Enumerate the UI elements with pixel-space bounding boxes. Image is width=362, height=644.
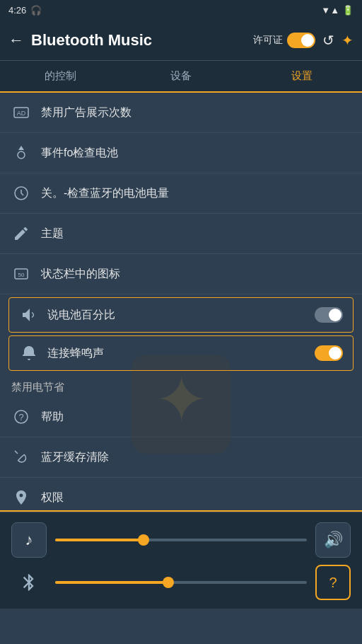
volume-fill [55, 539, 144, 541]
theme-icon [11, 224, 31, 243]
status-time: 4:26 [8, 5, 26, 16]
battery-icon: 🔋 [342, 5, 354, 16]
refresh-icon[interactable]: ↺ [322, 32, 334, 49]
settings-item-theme[interactable]: 主题 [0, 214, 362, 254]
status-right: ▼▲ 🔋 [321, 5, 354, 16]
back-button[interactable]: ← [8, 31, 24, 50]
permissions-label: 权限 [41, 490, 351, 505]
bottom-player: ♪ 🔊 ? [0, 512, 362, 609]
volume-row: ♪ 🔊 [11, 522, 351, 558]
bt-slider[interactable] [55, 581, 307, 584]
help-icon: ? [11, 407, 31, 427]
app-title: Bluetooth Music [31, 31, 246, 50]
top-bar-actions: 许可证 ↺ ✦ [253, 32, 354, 49]
toggle-item-connect-beep[interactable]: 连接蜂鸣声 [8, 335, 354, 371]
wrench-icon [11, 447, 31, 467]
bt-fill [55, 581, 168, 584]
settings-item-bt-cache[interactable]: 蓝牙缓存清除 [0, 437, 362, 478]
connect-beep-label: 连接蜂鸣声 [47, 346, 306, 361]
music-note-button[interactable]: ♪ [11, 522, 47, 558]
settings-item-battery-check[interactable]: 事件fo检查电池 [0, 133, 362, 173]
speaker-icon [19, 305, 39, 325]
bluetooth-player-icon [11, 565, 47, 600]
status-left: 4:26 🎧 [8, 5, 42, 16]
ads-icon: AD [11, 103, 31, 122]
volume-slider[interactable] [55, 539, 307, 541]
battery-check-icon [11, 143, 31, 163]
help-circle-icon: ? [329, 575, 337, 591]
svg-text:?: ? [18, 412, 23, 422]
battery-percent-label: 说电池百分比 [47, 308, 306, 323]
ads-label: 禁用广告展示次数 [41, 105, 351, 120]
bell-icon [19, 343, 39, 363]
theme-label: 主题 [41, 226, 351, 241]
bluetooth-icon[interactable]: ✦ [341, 32, 354, 49]
tab-controls[interactable]: 的控制 [0, 61, 121, 91]
wifi-icon: ▼▲ [321, 5, 339, 16]
statusbar-icon: 50 [11, 264, 31, 284]
volume-button[interactable]: 🔊 [315, 522, 351, 558]
svg-text:AD: AD [17, 110, 26, 117]
license-section: 许可证 [253, 33, 315, 48]
bt-thumb[interactable] [163, 577, 174, 588]
help-label: 帮助 [41, 410, 351, 425]
settings-item-bt-battery[interactable]: 关。-检查蓝牙的电池电量 [0, 173, 362, 214]
settings-item-permissions[interactable]: 权限 [0, 478, 362, 510]
toggle-item-battery-percent[interactable]: 说电池百分比 [8, 297, 354, 333]
battery-saving-heading: 禁用电节省 [0, 374, 362, 397]
svg-marker-8 [23, 309, 30, 321]
statusbar-label: 状态栏中的图标 [41, 267, 351, 282]
settings-list: AD 禁用广告展示次数 事件fo检查电池 关。-检查蓝牙的电池电量 主题 50 [0, 93, 362, 510]
tab-devices[interactable]: 设备 [121, 61, 242, 91]
volume-icon: 🔊 [324, 531, 343, 549]
bt-battery-label: 关。-检查蓝牙的电池电量 [41, 186, 351, 201]
top-bar: ← Bluetooth Music 许可证 ↺ ✦ [0, 20, 362, 61]
tabs-bar: 的控制 设备 设置 [0, 61, 362, 93]
settings-item-ads[interactable]: AD 禁用广告展示次数 [0, 93, 362, 133]
main-content: ✦ AD 禁用广告展示次数 事件fo检查电池 关。-检查蓝牙的电池电量 [0, 93, 362, 510]
bluetooth-row: ? [11, 565, 351, 600]
tab-settings[interactable]: 设置 [241, 61, 362, 91]
help-button[interactable]: ? [315, 565, 351, 600]
svg-point-4 [18, 151, 25, 159]
music-note-icon: ♪ [25, 531, 33, 549]
battery-check-label: 事件fo检查电池 [41, 146, 351, 161]
clock-icon [11, 183, 31, 203]
location-icon [11, 488, 31, 507]
bt-cache-label: 蓝牙缓存清除 [41, 450, 351, 465]
settings-item-help[interactable]: ? 帮助 [0, 397, 362, 437]
license-toggle[interactable] [287, 33, 315, 48]
battery-percent-toggle[interactable] [315, 307, 343, 323]
settings-item-statusbar[interactable]: 50 状态栏中的图标 [0, 254, 362, 294]
svg-text:50: 50 [18, 272, 25, 278]
volume-thumb[interactable] [138, 534, 149, 546]
headphone-icon: 🎧 [30, 5, 42, 16]
connect-beep-toggle[interactable] [315, 345, 343, 361]
license-label: 许可证 [253, 34, 283, 47]
status-bar: 4:26 🎧 ▼▲ 🔋 [0, 0, 362, 20]
